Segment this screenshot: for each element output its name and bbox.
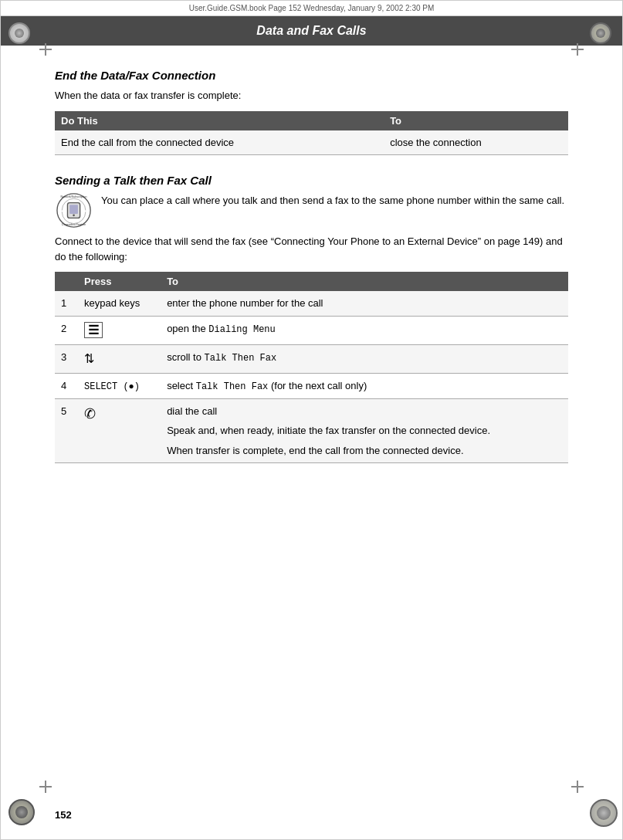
page-container: User.Guide.GSM.book Page 152 Wednesday, … — [0, 0, 623, 840]
row5-to: dial the call Speak and, when ready, ini… — [161, 398, 568, 463]
table-row: 3 ⇅ scroll to Talk Then Fax — [55, 344, 568, 373]
svg-text:Dependent Feature: Dependent Feature — [62, 223, 86, 226]
row3-mono: Talk Then Fax — [205, 353, 277, 364]
row1-press: keypad keys — [78, 291, 161, 316]
svg-rect-2 — [69, 205, 78, 214]
crosshair-br — [571, 781, 584, 793]
row3-prefix: scroll to — [167, 351, 204, 363]
row1-num: 1 — [55, 291, 78, 316]
corner-tl — [8, 22, 33, 47]
table-row: 4 SELECT (●) select Talk Then Fax (for t… — [55, 373, 568, 398]
row4-to: select Talk Then Fax (for the next call … — [161, 373, 568, 398]
table-row: 2 ☰ open the Dialing Menu — [55, 316, 568, 344]
row4-suffix: (for the next call only) — [268, 380, 367, 391]
row3-to: scroll to Talk Then Fax — [161, 344, 568, 373]
section1-table: Do This To End the call from the connect… — [55, 111, 568, 156]
row5-line2: Speak and, when ready, initiate the fax … — [167, 423, 562, 439]
row5-line1: dial the call — [167, 404, 562, 419]
row5-line3: When transfer is complete, end the call … — [167, 443, 562, 459]
row2-prefix: open the — [167, 323, 208, 334]
section2-icon-text: You can place a call where you talk and … — [101, 193, 564, 208]
corner-br — [590, 799, 615, 824]
row4-press: SELECT (●) — [78, 373, 161, 398]
crosshair-bl — [39, 781, 52, 793]
corner-tr — [590, 22, 615, 47]
meta-line: User.Guide.GSM.book Page 152 Wednesday, … — [1, 1, 622, 16]
table1-row1-col1: End the call from the connected device — [55, 130, 384, 155]
section-end-connection: End the Data/Fax Connection When the dat… — [55, 69, 568, 155]
section1-heading: End the Data/Fax Connection — [55, 69, 568, 82]
row3-press: ⇅ — [78, 344, 161, 373]
table1-col2-header: To — [384, 111, 568, 130]
row2-to: open the Dialing Menu — [161, 316, 568, 344]
page-number: 152 — [55, 809, 72, 821]
table1-row1-col2: close the connection — [384, 130, 568, 155]
svg-point-3 — [73, 214, 75, 216]
row4-prefix: select — [167, 380, 196, 391]
row2-mono: Dialing Menu — [208, 324, 275, 335]
table2-col1-header: Press — [78, 272, 161, 291]
network-subscription-icon: Network/Subscription Dependent Feature — [55, 193, 93, 228]
row2-press: ☰ — [78, 316, 161, 344]
table2-header-row: Press To — [55, 272, 568, 291]
table-row: 5 ✆ dial the call Speak and, when ready,… — [55, 398, 568, 463]
table2-num-header — [55, 272, 78, 291]
svg-text:Network/Subscription: Network/Subscription — [61, 195, 87, 198]
section2-connect-text: Connect to the device that will send the… — [55, 234, 568, 264]
section2-table: Press To 1 keypad keys enter the phone n… — [55, 272, 568, 463]
send-icon: ✆ — [84, 406, 96, 422]
menu-icon: ☰ — [84, 322, 103, 338]
row5-num: 5 — [55, 398, 78, 463]
table1-header-row: Do This To — [55, 111, 568, 130]
section1-intro: When the data or fax transfer is complet… — [55, 88, 568, 103]
table-row: 1 keypad keys enter the phone number for… — [55, 291, 568, 316]
table2-col2-header: To — [161, 272, 568, 291]
table-row: End the call from the connected device c… — [55, 130, 568, 155]
select-label: SELECT (●) — [84, 381, 140, 392]
row3-num: 3 — [55, 344, 78, 373]
table1-col1-header: Do This — [55, 111, 384, 130]
section2-heading: Sending a Talk then Fax Call — [55, 174, 568, 187]
row5-press: ✆ — [78, 398, 161, 463]
row1-to: enter the phone number for the call — [161, 291, 568, 316]
corner-bl — [8, 799, 33, 824]
row4-num: 4 — [55, 373, 78, 398]
header-bar: Data and Fax Calls — [1, 16, 622, 46]
header-title: Data and Fax Calls — [256, 24, 366, 37]
row2-num: 2 — [55, 316, 78, 344]
main-content: End the Data/Fax Connection When the dat… — [1, 46, 622, 505]
section-talk-fax: Sending a Talk then Fax Call Network/Sub… — [55, 174, 568, 463]
icon-description-row: Network/Subscription Dependent Feature Y… — [55, 193, 568, 228]
scroll-icon: ⇅ — [84, 352, 94, 365]
row4-mono: Talk Then Fax — [196, 381, 269, 392]
